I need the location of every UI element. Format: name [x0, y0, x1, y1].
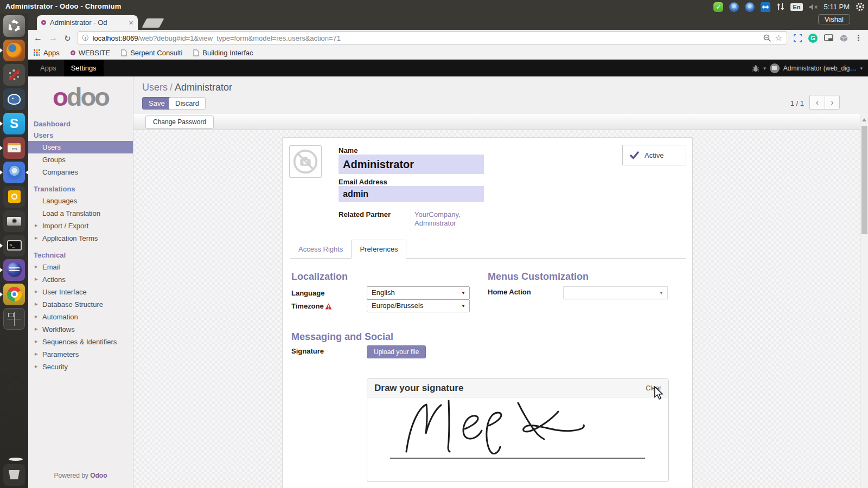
- user-menu[interactable]: Administrator (web_dig…: [783, 65, 857, 72]
- sidebar-item-languages[interactable]: Languages: [28, 195, 133, 207]
- related-partner-link[interactable]: YourCompany, Administrator: [414, 210, 485, 228]
- expand-caret-icon[interactable]: ▸: [35, 263, 38, 270]
- timezone-select[interactable]: Europe/Brussels ▼: [367, 299, 470, 312]
- nav-item-settings[interactable]: Settings: [64, 60, 104, 76]
- launcher-icon-chrome[interactable]: [0, 282, 28, 306]
- browser-tab[interactable]: Administrator - Od ×: [37, 15, 138, 30]
- zoom-out-icon[interactable]: [763, 34, 771, 42]
- chevron-down-icon[interactable]: ▾: [860, 66, 863, 71]
- launcher-icon-workspace-switcher[interactable]: [0, 306, 28, 331]
- sidebar-item-database-structure[interactable]: ▸Database Structure: [28, 298, 133, 311]
- page-info-icon[interactable]: ⓘ: [82, 34, 89, 43]
- expand-caret-icon[interactable]: ▸: [35, 234, 38, 241]
- sidebar-item-user-interface[interactable]: ▸User Interface: [28, 286, 133, 298]
- browser-menu-icon[interactable]: ⋮: [854, 33, 863, 43]
- language-select[interactable]: English ▼: [367, 286, 470, 299]
- bookmark-serpent-consulting[interactable]: Serpent Consulti: [121, 49, 182, 57]
- sidebar-item-import-export[interactable]: ▸Import / Export: [28, 220, 133, 232]
- expand-caret-icon[interactable]: ▸: [35, 275, 38, 282]
- user-image-placeholder[interactable]: [289, 145, 322, 178]
- reload-button[interactable]: ↻: [64, 34, 71, 42]
- sidebar-item-dashboard[interactable]: Dashboard: [28, 118, 133, 130]
- discard-button[interactable]: Discard: [169, 97, 206, 110]
- keyboard-layout-indicator[interactable]: En: [790, 3, 802, 11]
- new-tab-button[interactable]: [142, 18, 164, 28]
- launcher-icon-postgresql[interactable]: [0, 87, 28, 111]
- expand-caret-icon[interactable]: ▸: [35, 338, 38, 345]
- back-button[interactable]: ←: [34, 34, 42, 42]
- bookmark-apps[interactable]: Apps: [34, 49, 60, 57]
- upload-file-button[interactable]: Upload your file: [367, 345, 426, 358]
- launcher-icon-terminal[interactable]: >_: [0, 233, 28, 258]
- sidebar-section-users[interactable]: Users: [28, 130, 133, 141]
- launcher-icon-trash[interactable]: [0, 463, 28, 487]
- nav-item-apps[interactable]: Apps: [28, 64, 64, 72]
- sidebar-item-companies[interactable]: Companies: [28, 166, 133, 178]
- save-button[interactable]: Save: [142, 97, 171, 110]
- change-password-button[interactable]: Change Password: [145, 115, 214, 129]
- home-action-combo[interactable]: ▼: [563, 286, 668, 299]
- chevron-down-icon[interactable]: ▾: [763, 66, 766, 71]
- expand-caret-icon[interactable]: ▸: [35, 313, 38, 320]
- expand-caret-icon[interactable]: ▸: [35, 288, 38, 295]
- sidebar-item-application-terms[interactable]: ▸Application Terms: [28, 232, 133, 245]
- url-bar[interactable]: ⓘ localhost:8069/web?debug#id=1&view_typ…: [78, 31, 787, 44]
- clock[interactable]: 5:11 PM: [824, 3, 850, 11]
- scrollbar[interactable]: [860, 114, 868, 488]
- sidebar-item-users[interactable]: Users: [28, 141, 133, 153]
- signature-canvas[interactable]: [367, 397, 668, 482]
- scrollbar-thumb[interactable]: [861, 126, 867, 234]
- pager-previous-button[interactable]: ‹: [809, 95, 825, 110]
- sidebar-item-sequences-identifiers[interactable]: ▸Sequences & Identifiers: [28, 336, 133, 348]
- launcher-icon-camera[interactable]: [0, 209, 28, 233]
- cube-extension-icon[interactable]: [840, 34, 848, 42]
- launcher-icon-eclipse[interactable]: [0, 258, 28, 282]
- bookmark-star-icon[interactable]: ☆: [775, 33, 782, 43]
- launcher-icon-firefox[interactable]: [0, 38, 28, 62]
- expand-caret-icon[interactable]: ▸: [35, 363, 38, 370]
- forward-button[interactable]: →: [49, 34, 58, 42]
- sidebar-item-email[interactable]: ▸Email: [28, 261, 133, 273]
- cast-extension-icon[interactable]: [824, 34, 833, 42]
- pager-next-button[interactable]: ›: [825, 95, 840, 110]
- screenshot-extension-icon[interactable]: [794, 34, 802, 42]
- scrollbar-up-arrow[interactable]: [862, 118, 866, 121]
- sidebar-item-load-translation[interactable]: Load a Translation: [28, 207, 133, 220]
- tab-close-icon[interactable]: ×: [129, 18, 133, 27]
- sidebar-section-translations[interactable]: Translations: [28, 183, 133, 195]
- expand-caret-icon[interactable]: ▸: [35, 300, 38, 307]
- launcher-icon-chromium[interactable]: [0, 160, 28, 184]
- sidebar-item-workflows[interactable]: ▸Workflows: [28, 323, 133, 336]
- sidebar-item-security[interactable]: ▸Security: [28, 361, 133, 373]
- expand-caret-icon[interactable]: ▸: [35, 325, 38, 332]
- sidebar-item-automation[interactable]: ▸Automation: [28, 311, 133, 323]
- launcher-icon-skype[interactable]: S: [0, 111, 28, 136]
- sidebar-item-groups[interactable]: Groups: [28, 153, 133, 166]
- session-gear-icon[interactable]: [856, 2, 865, 11]
- launcher-icon-file-archiver[interactable]: [0, 136, 28, 160]
- teamviewer-tray-icon[interactable]: [761, 2, 770, 12]
- launcher-icon-google-keep[interactable]: [0, 184, 28, 209]
- sidebar-item-actions[interactable]: ▸Actions: [28, 273, 133, 286]
- chromium-tray-icon[interactable]: [729, 2, 739, 12]
- skype-tray-icon[interactable]: ✓: [713, 2, 723, 12]
- launcher-icon-ubuntu[interactable]: [0, 14, 28, 38]
- active-checkbox[interactable]: Active: [622, 145, 686, 165]
- avatar[interactable]: [770, 63, 780, 73]
- bookmark-website[interactable]: WEBSITE: [71, 49, 111, 57]
- odoo-brand-link[interactable]: Odoo: [90, 472, 107, 479]
- breadcrumb-users-link[interactable]: Users: [142, 82, 168, 93]
- debug-bug-icon[interactable]: [752, 65, 760, 72]
- volume-muted-icon[interactable]: [809, 3, 818, 11]
- sidebar-section-technical[interactable]: Technical: [28, 249, 133, 261]
- sidebar-item-parameters[interactable]: ▸Parameters: [28, 348, 133, 361]
- bookmark-building-interface[interactable]: Building Interfac: [193, 49, 253, 57]
- tab-preferences[interactable]: Preferences: [351, 240, 406, 259]
- expand-caret-icon[interactable]: ▸: [35, 350, 38, 357]
- email-input[interactable]: [339, 186, 484, 202]
- grammarly-extension-icon[interactable]: G: [808, 34, 818, 43]
- chromium-tray-icon-2[interactable]: [745, 2, 755, 12]
- network-arrows-icon[interactable]: [776, 2, 784, 11]
- launcher-icon-system-tweaks[interactable]: [0, 62, 28, 87]
- name-input[interactable]: [339, 155, 484, 174]
